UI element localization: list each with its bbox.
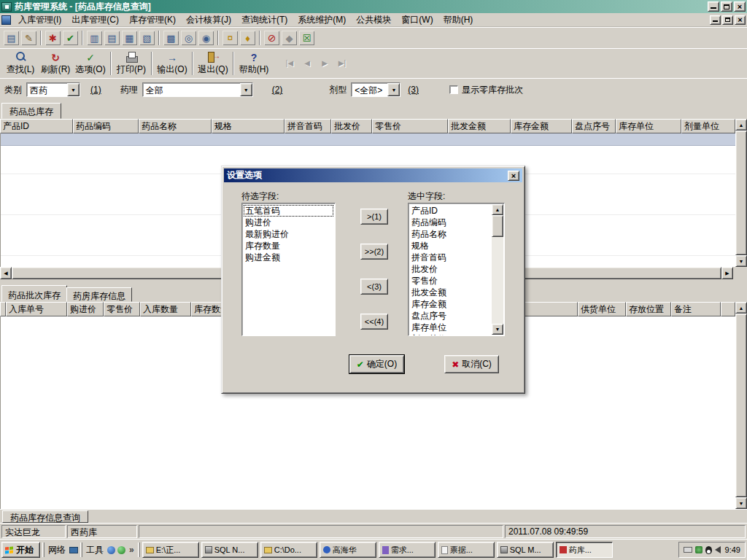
input-method-icon[interactable]: [684, 547, 692, 553]
menu-item[interactable]: 出库管理(C): [66, 12, 124, 28]
column-header[interactable]: 剂量单位: [681, 119, 735, 133]
column-header[interactable]: [721, 302, 735, 316]
clock[interactable]: 9:49: [725, 545, 740, 554]
selected-field-item[interactable]: 拼音首码: [410, 252, 491, 263]
toolbar-button[interactable]: ▥: [86, 30, 103, 46]
scroll-thumb[interactable]: [492, 215, 503, 237]
antivirus-icon[interactable]: [695, 546, 703, 553]
toolbar-button[interactable]: ✎: [20, 30, 37, 46]
scroll-right-button[interactable]: ▶: [721, 267, 733, 279]
column-header[interactable]: 库存金额: [511, 119, 572, 133]
grid-selected-row[interactable]: [1, 133, 735, 146]
column-header[interactable]: 盘点序号: [572, 119, 616, 133]
toolbar-button[interactable]: ♦: [239, 30, 256, 46]
child-close-button[interactable]: ×: [735, 15, 746, 25]
toolbar-button[interactable]: ☒: [298, 30, 315, 46]
available-field-item[interactable]: 最新购进价: [244, 228, 333, 240]
move-button[interactable]: <(3): [360, 279, 388, 295]
available-field-item[interactable]: 购进金额: [244, 252, 333, 263]
qq-icon[interactable]: [705, 546, 712, 554]
column-header[interactable]: 零售价: [104, 302, 140, 316]
batch-grid-vscrollbar[interactable]: ▲ ▼: [735, 302, 747, 509]
column-header[interactable]: 零售价: [372, 119, 448, 133]
column-header[interactable]: 入库数量: [140, 302, 191, 316]
toolbar-grip[interactable]: [138, 542, 140, 557]
toolbar-button[interactable]: ↻刷新(R): [38, 50, 73, 77]
toolbar-button[interactable]: ◆: [281, 30, 298, 46]
column-header[interactable]: 存放位置: [626, 302, 671, 316]
dropdown-arrow-icon[interactable]: ▼: [387, 83, 400, 96]
nav-button[interactable]: ◀: [299, 56, 315, 71]
volume-icon[interactable]: [715, 546, 721, 553]
task-button[interactable]: SQL M...: [497, 542, 554, 558]
scroll-up-button[interactable]: ▲: [735, 302, 747, 314]
tab-total-inventory[interactable]: 药品总库存: [1, 103, 61, 119]
column-header[interactable]: 批发金额: [448, 119, 511, 133]
column-header[interactable]: 备注: [671, 302, 721, 316]
move-button[interactable]: <<(4): [360, 314, 388, 330]
sphere-app-icon[interactable]: [117, 546, 125, 554]
nav-button[interactable]: ▶|: [334, 56, 350, 71]
restore-button[interactable]: [721, 1, 732, 12]
scroll-down-button[interactable]: ▼: [735, 255, 747, 267]
toolbar-button[interactable]: ◎: [180, 30, 197, 46]
column-header[interactable]: 拼音首码: [285, 119, 331, 133]
child-restore-button[interactable]: [722, 15, 733, 25]
selected-field-item[interactable]: 批发价: [410, 263, 491, 275]
zero-stock-checkbox[interactable]: [449, 85, 458, 94]
selected-field-item[interactable]: 药品编码: [410, 217, 491, 228]
minimize-button[interactable]: [708, 1, 719, 12]
toolbar-button[interactable]: 打印(P): [114, 50, 149, 77]
task-button[interactable]: 高海华: [320, 542, 376, 558]
tools-toolbar-label[interactable]: 工具: [85, 544, 105, 556]
dropdown-arrow-icon[interactable]: ▼: [67, 83, 80, 96]
task-button[interactable]: 票据...: [438, 542, 495, 558]
nav-button[interactable]: ▶: [317, 56, 333, 71]
available-field-item[interactable]: 购进价: [244, 217, 333, 228]
task-button[interactable]: 药库...: [556, 542, 613, 558]
selected-field-item[interactable]: 批发金额: [410, 287, 491, 298]
column-header[interactable]: 药品编码: [73, 119, 139, 133]
scroll-up-button[interactable]: ▲: [735, 119, 747, 131]
main-grid-vscrollbar[interactable]: ▲ ▼: [735, 119, 747, 267]
menu-item[interactable]: 入库管理(I): [13, 12, 66, 28]
selected-field-item[interactable]: 剂量单位: [410, 333, 491, 336]
browser-icon[interactable]: [107, 546, 115, 554]
selected-field-item[interactable]: 规格: [410, 240, 491, 252]
toolbar-button[interactable]: ▤: [104, 30, 120, 46]
selected-field-item[interactable]: 库存金额: [410, 298, 491, 310]
move-button[interactable]: >>(2): [360, 244, 388, 260]
toolbar-button[interactable]: ✓选项(O): [73, 50, 108, 77]
toolbar-button[interactable]: ▧: [139, 30, 155, 46]
scroll-down-button[interactable]: ▼: [735, 497, 747, 509]
scroll-thumb[interactable]: [735, 314, 747, 497]
selected-field-item[interactable]: 药品名称: [410, 228, 491, 240]
dosage-select[interactable]: <全部> ▼: [351, 82, 400, 97]
column-header[interactable]: 产品ID: [0, 119, 73, 133]
column-header[interactable]: 库存单位: [616, 119, 681, 133]
column-header[interactable]: 药品名称: [139, 119, 212, 133]
toolbar-button[interactable]: ⊘: [263, 30, 280, 46]
column-header[interactable]: 批发价: [331, 119, 372, 133]
cancel-button[interactable]: ✖ 取消(C): [444, 355, 499, 373]
toolbar-button[interactable]: ▦: [121, 30, 138, 46]
menu-item[interactable]: 窗口(W): [396, 12, 438, 28]
toolbar-button[interactable]: ◉: [198, 30, 214, 46]
toolbar-button[interactable]: ✱: [44, 30, 61, 46]
menu-item[interactable]: 公共模块: [351, 12, 396, 28]
network-toolbar-label[interactable]: 网络: [47, 544, 67, 556]
selected-field-item[interactable]: 零售价: [410, 275, 491, 287]
toolbar-button[interactable]: 查找(L): [3, 50, 38, 77]
column-header[interactable]: 规格: [212, 119, 285, 133]
start-button[interactable]: 开始: [1, 542, 40, 558]
nav-button[interactable]: |◀: [282, 56, 298, 71]
toolbar-button[interactable]: ✔: [62, 30, 79, 46]
bottom-tab[interactable]: 药品批次库存: [1, 285, 67, 302]
toolbar-grip[interactable]: [42, 542, 44, 557]
toolbar-button[interactable]: ¤: [222, 30, 239, 46]
task-button[interactable]: E:\正...: [142, 542, 199, 558]
menu-item[interactable]: 会计核算(J): [181, 12, 236, 28]
monitor-icon[interactable]: [69, 547, 78, 553]
column-header[interactable]: 供货单位: [578, 302, 626, 316]
scroll-down-button[interactable]: ▼: [492, 324, 503, 335]
